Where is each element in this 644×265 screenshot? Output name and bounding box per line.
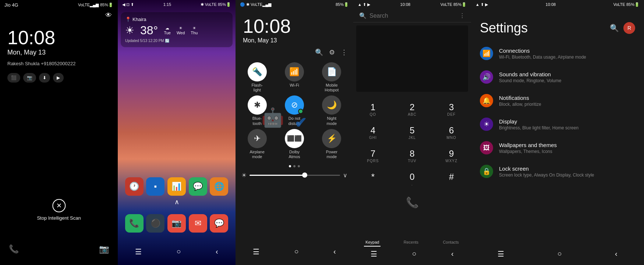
nav-menu-icon[interactable]: ☰ (253, 247, 259, 256)
nav-menu-icon[interactable]: ☰ (498, 250, 504, 258)
nav-home-icon[interactable]: ○ (177, 247, 181, 256)
app-messages[interactable]: 💬 (189, 177, 207, 196)
lockscreen-icon: 🔒 (480, 165, 493, 178)
app-mail[interactable]: ✉ (189, 214, 207, 233)
flashlight-label: Flash-light (251, 83, 263, 93)
action-btn-photo[interactable]: 📷 (23, 73, 36, 83)
settings-title: Settings (480, 20, 528, 36)
qs-tile-wifi[interactable]: 📶 Wi-Fi (277, 62, 311, 93)
app-camera[interactable]: ⚫ (146, 214, 164, 233)
qs-tile-nightmode[interactable]: 🌙 Nightmode (315, 95, 349, 126)
nav-menu-icon[interactable]: ☰ (135, 247, 142, 256)
dial-key-hash[interactable]: # (432, 167, 471, 191)
nav-home-icon[interactable]: ○ (294, 247, 299, 256)
home-nav-bar: ☰ ○ ‹ (118, 241, 236, 265)
dialer-search-input[interactable] (369, 13, 456, 19)
forecast-thu: ☀Thu (191, 26, 198, 35)
dolby-label: DolbyAtmos (289, 150, 300, 159)
dialer-more-icon[interactable]: ⋮ (459, 12, 465, 19)
wallpapers-title: Wallpapers and themes (499, 142, 557, 148)
weather-widget[interactable]: 📍 Khaira ☀ 38° ☁Tue ☀Wed ☀Thu Updated 5/… (121, 12, 233, 47)
dial-key-8[interactable]: 8TUV (393, 144, 432, 167)
power-icon: ⚡ (322, 129, 341, 148)
dialer-panel: ▲ ⬆ ▶ 10:08 VoLTE 85%🔋 🔍 ⋮ 1QO 2ABC 3DEF… (353, 0, 471, 265)
notifications-subtitle: Block, allow, prioritize (499, 102, 541, 107)
forecast: ☁Tue ☀Wed ☀Thu (164, 26, 198, 35)
connections-icon: 📶 (480, 47, 493, 60)
settings-item-wallpapers[interactable]: 🖼 Wallpapers and themes Wallpapers, Them… (474, 136, 641, 160)
qs-clock: 10:08 (243, 15, 346, 37)
wallpapers-subtitle: Wallpapers, Themes, Icons (499, 149, 557, 154)
dial-key-0[interactable]: 0. (393, 167, 432, 191)
qs-dots (236, 162, 353, 170)
qs-search-icon[interactable]: 🔍 (315, 48, 323, 56)
lockscreen-subtitle: Screen lock type, Always On Display, Clo… (499, 172, 594, 178)
app-photo[interactable]: 📷 (167, 214, 186, 233)
dial-key-9[interactable]: 9WXYZ (432, 144, 471, 167)
dial-key-2[interactable]: 2ABC (393, 98, 432, 121)
qs-status-left: 🔵 ✱ VoLTE▂▄▆ (240, 2, 271, 7)
action-btn-play[interactable]: ▶ (53, 73, 64, 83)
nav-home-icon[interactable]: ○ (558, 250, 562, 258)
brightness-slider[interactable] (250, 175, 340, 176)
connections-subtitle: Wi-Fi, Bluetooth, Data usage, Airplane m… (499, 55, 586, 60)
dial-key-7[interactable]: 7PQRS (353, 144, 393, 167)
settings-item-notifications[interactable]: 🔔 Notifications Block, allow, prioritize (474, 89, 641, 112)
nightmode-icon: 🌙 (322, 95, 341, 115)
brightness-expand-icon[interactable]: ∨ (343, 172, 347, 179)
qs-tile-dolby[interactable]: ⬛⬛ DolbyAtmos (277, 129, 311, 159)
temperature: 38° (140, 24, 158, 37)
camera-icon[interactable]: 📷 (99, 244, 109, 254)
app-browser[interactable]: 🌐 (210, 177, 228, 196)
home-status-left: ◀ ⊡ ⬆ (122, 2, 134, 7)
power-label: Powermode (326, 150, 337, 159)
action-btn-download[interactable]: ⬇ (39, 73, 50, 83)
qs-tile-power[interactable]: ⚡ Powermode (315, 129, 349, 159)
settings-item-connections[interactable]: 📶 Connections Wi-Fi, Bluetooth, Data usa… (474, 42, 641, 65)
app-chat[interactable]: 💬 (210, 214, 228, 233)
forecast-wed: ☀Wed (177, 26, 185, 35)
user-name: Rakesh Shukla +918052000222 (0, 58, 118, 69)
phone-icon[interactable]: 📞 (9, 244, 19, 254)
stop-scan-icon[interactable]: ✕ (52, 199, 66, 212)
settings-item-sounds[interactable]: 🔊 Sounds and vibration Sound mode, Ringt… (474, 65, 641, 89)
brightness-icon: ☀ (241, 172, 247, 179)
dial-key-6[interactable]: 6MNO (432, 121, 471, 144)
home-screen-panel: ◀ ⊡ ⬆ 1:15 ✱ VoLTE 85%🔋 📍 Khaira ☀ 38° ☁… (118, 0, 236, 265)
app-calendar[interactable]: ▪ (146, 177, 164, 196)
lock-bottom-bar: 📞 📷 (0, 237, 118, 265)
call-icon[interactable]: 📞 (406, 196, 419, 209)
app-clock[interactable]: 🕐 (125, 177, 144, 196)
settings-item-display[interactable]: ☀ Display Brightness, Blue light filter,… (474, 112, 641, 136)
nav-home-icon[interactable]: ○ (412, 250, 417, 258)
up-arrow[interactable]: ∧ (174, 198, 179, 206)
qs-tile-airplane[interactable]: ✈ Airplanemode (240, 129, 274, 159)
dial-key-star[interactable]: * (353, 167, 393, 191)
dial-key-4[interactable]: 4GHI (353, 121, 393, 144)
nav-back-icon[interactable]: ‹ (333, 247, 336, 256)
qs-settings-icon[interactable]: ⚙ (329, 48, 335, 56)
status-bar-1: Jio 4G VoLTE▂▄▆ 85%🔋 (0, 0, 118, 10)
dial-key-3[interactable]: 3DEF (432, 98, 471, 121)
qs-tile-flashlight[interactable]: 🔦 Flash-light (240, 62, 274, 93)
nav-back-icon[interactable]: ‹ (615, 250, 618, 258)
app-stats[interactable]: 📊 (167, 177, 186, 196)
dial-key-1[interactable]: 1QO (353, 98, 393, 121)
display-subtitle: Brightness, Blue light filter, Home scre… (499, 125, 578, 130)
status-bar-5: ▲ ⬆ ▶ 10:08 VoLTE 85%🔋 (471, 0, 644, 9)
app-phone[interactable]: 📞 (125, 214, 144, 233)
action-btn-screen[interactable]: ⬛ (7, 73, 20, 83)
nav-back-icon[interactable]: ‹ (451, 250, 454, 258)
qs-tile-hotspot[interactable]: 📄 MobileHotspot (315, 62, 349, 93)
qs-more-icon[interactable]: ⋮ (341, 48, 347, 56)
nav-back-icon[interactable]: ‹ (216, 247, 218, 256)
settings-avatar[interactable]: R (623, 22, 635, 34)
dialer-image-area (356, 25, 468, 92)
nightmode-label: Nightmode (327, 116, 337, 126)
notifications-icon: 🔔 (480, 94, 493, 107)
nav-menu-icon[interactable]: ☰ (371, 250, 377, 258)
settings-item-lockscreen[interactable]: 🔒 Lock screen Screen lock type, Always O… (474, 160, 641, 183)
hotspot-icon: 📄 (322, 62, 341, 81)
settings-search-icon[interactable]: 🔍 (610, 24, 619, 32)
dial-key-5[interactable]: 5JKL (393, 121, 432, 144)
